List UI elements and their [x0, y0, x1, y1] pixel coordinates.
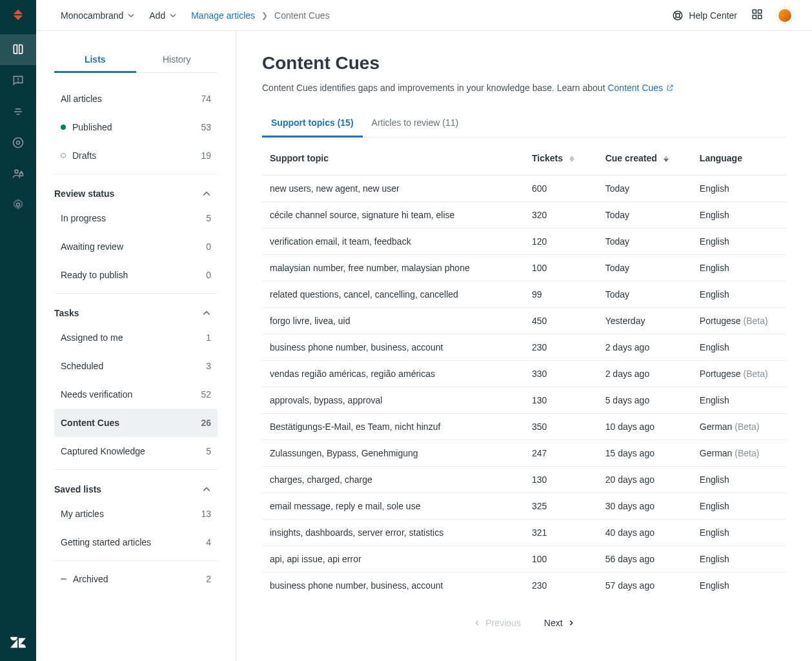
- section-review-status[interactable]: Review status: [54, 178, 218, 204]
- list-item-count: 5: [206, 213, 211, 223]
- table-row[interactable]: business phone number, business, account…: [262, 573, 786, 599]
- list-item[interactable]: Awaiting review0: [54, 232, 218, 261]
- cell: 99: [524, 281, 598, 308]
- subtitle-link-text: Content Cues: [607, 83, 663, 93]
- tab-history[interactable]: History: [136, 48, 218, 72]
- list-item[interactable]: Needs verification52: [54, 380, 218, 409]
- chevron-down-icon: [127, 12, 135, 19]
- list-item[interactable]: Getting started articles4: [54, 528, 218, 556]
- avatar[interactable]: [777, 8, 793, 23]
- list-item-label: Ready to publish: [61, 270, 128, 280]
- list-item[interactable]: Scheduled3: [54, 352, 218, 380]
- chevron-right-icon: [568, 620, 574, 626]
- list-item-count: 13: [201, 509, 211, 519]
- list-item[interactable]: Published53: [54, 113, 218, 141]
- section-saved-lists[interactable]: Saved lists: [54, 474, 218, 500]
- list-item-label: Published: [72, 122, 112, 132]
- cell: English: [692, 387, 786, 414]
- list-item[interactable]: Assigned to me1: [54, 323, 218, 352]
- svg-line-19: [675, 17, 676, 19]
- list-item-count: 0: [206, 270, 211, 280]
- cell: new users, new agent, new user: [262, 176, 524, 202]
- cell: verification email, it team, feedback: [262, 229, 524, 255]
- svg-line-18: [680, 12, 682, 14]
- list-item-count: 74: [201, 94, 211, 104]
- apps-grid-icon[interactable]: [751, 8, 763, 22]
- tab-articles-to-review[interactable]: Articles to review (11): [363, 110, 468, 137]
- zendesk-logo-icon: [0, 636, 36, 649]
- next-button[interactable]: Next: [544, 618, 574, 628]
- tab-lists[interactable]: Lists: [54, 48, 136, 73]
- workspace-dropdown[interactable]: Monocambrand: [61, 10, 135, 21]
- cell: related questions, cancel, cancelling, c…: [262, 281, 524, 308]
- section-tasks[interactable]: Tasks: [54, 298, 218, 323]
- nav-customize-icon[interactable]: [0, 127, 36, 158]
- th-tickets[interactable]: Tickets: [524, 141, 598, 176]
- chevron-left-icon: [474, 620, 480, 626]
- cell: forgo livre, livea, uid: [262, 308, 524, 334]
- chevron-up-icon: [202, 309, 211, 318]
- cell: 325: [524, 493, 598, 520]
- side-tabs: Lists History: [54, 48, 218, 73]
- chevron-up-icon: [202, 485, 211, 494]
- list-item[interactable]: In progress5: [54, 204, 218, 232]
- table-row[interactable]: cécile channel source, signature hi team…: [262, 202, 786, 229]
- table-row[interactable]: malaysian number, free number, malaysian…: [262, 255, 786, 281]
- th-language[interactable]: Language: [692, 141, 786, 176]
- add-dropdown[interactable]: Add: [149, 10, 177, 21]
- cell: 2 days ago: [598, 334, 692, 361]
- next-label: Next: [544, 618, 563, 628]
- nav-settings-icon[interactable]: [0, 189, 36, 220]
- breadcrumb-current: Content Cues: [274, 10, 330, 21]
- table-row[interactable]: api, api issue, api error10056 days agoE…: [262, 546, 786, 573]
- help-center-link[interactable]: Help Center: [672, 10, 737, 21]
- nav-permissions-icon[interactable]: [0, 158, 36, 189]
- list-item-count: 53: [201, 122, 211, 132]
- list-item-archived[interactable]: Archived 2: [54, 565, 218, 593]
- svg-marker-27: [664, 159, 669, 162]
- product-logo-icon[interactable]: [10, 6, 26, 23]
- cell: 5 days ago: [598, 387, 692, 414]
- chevron-right-icon: ❯: [261, 11, 268, 20]
- list-item[interactable]: My articles13: [54, 500, 218, 528]
- table-row[interactable]: Bestätigungs-E-Mail, es Team, nicht hinz…: [262, 414, 786, 440]
- list-item[interactable]: Captured Knowledge5: [54, 437, 218, 465]
- table-row[interactable]: charges, charged, charge13020 days agoEn…: [262, 467, 786, 493]
- list-item[interactable]: Drafts19: [54, 141, 218, 170]
- table-row[interactable]: forgo livre, livea, uid450YesterdayPortu…: [262, 308, 786, 334]
- table-row[interactable]: verification email, it team, feedback120…: [262, 229, 786, 255]
- cell: German (Beta): [692, 414, 786, 440]
- nav-knowledge-icon[interactable]: [0, 34, 36, 65]
- table-row[interactable]: email message, reply e mail, sole use325…: [262, 493, 786, 520]
- cues-table: Support topic Tickets Cue created: [262, 141, 786, 598]
- table-row[interactable]: related questions, cancel, cancelling, c…: [262, 281, 786, 308]
- list-item[interactable]: Ready to publish0: [54, 261, 218, 289]
- th-cue-created[interactable]: Cue created: [598, 141, 692, 176]
- subtitle-link[interactable]: Content Cues: [607, 83, 674, 93]
- list-item[interactable]: Content Cues26: [54, 409, 218, 437]
- table-row[interactable]: approvals, bypass, approval1305 days ago…: [262, 387, 786, 414]
- list-item[interactable]: All articles74: [54, 85, 218, 113]
- workspace-name: Monocambrand: [61, 10, 123, 21]
- section-header-label: Tasks: [54, 308, 79, 318]
- svg-point-15: [676, 14, 680, 17]
- cell: Today: [598, 229, 692, 255]
- table-row[interactable]: Zulassungen, Bypass, Genehmigung24715 da…: [262, 440, 786, 467]
- breadcrumb-link[interactable]: Manage articles: [191, 10, 255, 21]
- archived-icon: [61, 578, 66, 580]
- svg-rect-22: [753, 15, 756, 19]
- nav-moderation-icon[interactable]: [0, 65, 36, 96]
- table-row[interactable]: insights, dashboards, server error, stat…: [262, 520, 786, 546]
- table-row[interactable]: business phone number, business, account…: [262, 334, 786, 361]
- table-row[interactable]: vendas região américas, região américas3…: [262, 361, 786, 387]
- th-support-topic[interactable]: Support topic: [262, 141, 524, 176]
- cell: 100: [524, 546, 598, 573]
- table-row[interactable]: new users, new agent, new user600TodayEn…: [262, 176, 786, 202]
- list-item-label: Assigned to me: [61, 332, 123, 343]
- svg-marker-12: [10, 639, 17, 647]
- prev-label: Previous: [485, 618, 520, 628]
- cell: Portugese (Beta): [692, 308, 786, 334]
- nav-arrange-icon[interactable]: [0, 96, 36, 127]
- tab-support-topics[interactable]: Support topics (15): [262, 110, 363, 137]
- status-dot-icon: [61, 125, 66, 130]
